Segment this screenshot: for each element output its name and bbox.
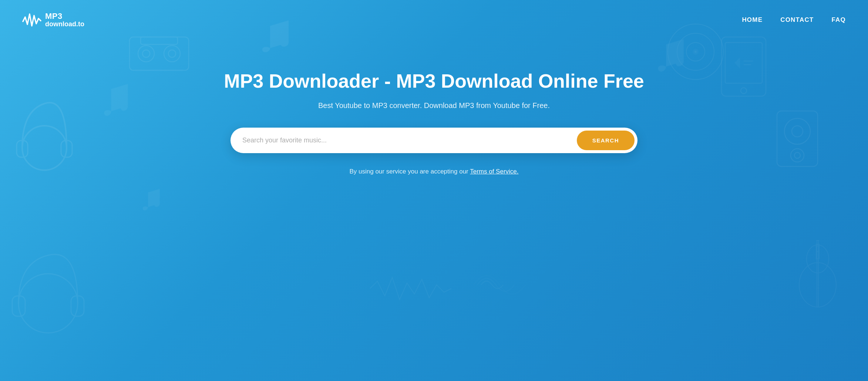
tos-text: By using our service you are accepting o… <box>349 168 518 175</box>
svg-point-7 <box>168 50 176 57</box>
svg-point-12 <box>686 43 705 61</box>
svg-point-29 <box>807 245 829 273</box>
svg-rect-3 <box>129 37 189 70</box>
main-content: MP3 Downloader - MP3 Download Online Fre… <box>0 70 868 175</box>
background-pattern <box>0 0 868 381</box>
navbar: MP3 download.to HOME CONTACT FAQ <box>0 0 868 40</box>
svg-point-28 <box>799 263 836 307</box>
nav-contact[interactable]: CONTACT <box>780 16 814 24</box>
svg-point-20 <box>18 274 78 333</box>
svg-point-14 <box>694 51 697 53</box>
logo[interactable]: MP3 download.to <box>22 10 84 30</box>
hero-subtitle: Best Youtube to MP3 converter. Download … <box>318 101 550 110</box>
svg-rect-21 <box>12 296 25 316</box>
hero-section: MP3 download.to HOME CONTACT FAQ MP3 Dow… <box>0 0 868 381</box>
search-container: SEARCH <box>231 128 637 153</box>
nav-links: HOME CONTACT FAQ <box>742 16 846 24</box>
logo-text: MP3 download.to <box>45 12 84 28</box>
logo-domain: download.to <box>45 21 84 28</box>
logo-mp3: MP3 <box>45 12 84 21</box>
search-button[interactable]: SEARCH <box>577 131 635 150</box>
svg-point-6 <box>164 45 180 62</box>
svg-point-13 <box>693 49 699 55</box>
nav-faq[interactable]: FAQ <box>831 16 846 24</box>
svg-point-5 <box>142 50 150 57</box>
svg-rect-22 <box>71 296 84 316</box>
svg-rect-30 <box>816 244 819 259</box>
hero-title: MP3 Downloader - MP3 Download Online Fre… <box>224 70 644 92</box>
search-input[interactable] <box>242 131 577 149</box>
tos-prefix: By using our service you are accepting o… <box>349 168 470 175</box>
tos-link[interactable]: Terms of Service. <box>470 168 518 175</box>
logo-icon <box>22 10 41 30</box>
nav-home[interactable]: HOME <box>742 16 763 24</box>
svg-point-4 <box>138 45 154 62</box>
